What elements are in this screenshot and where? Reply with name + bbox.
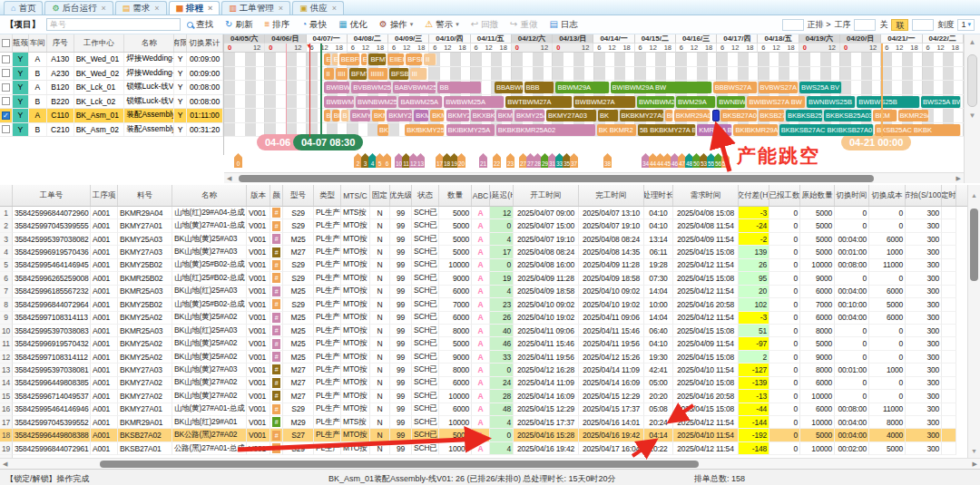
table-horizontal-scrollbar[interactable]: ◀ ▶ — [0, 458, 980, 469]
gantt-bar[interactable]: BKIBKMY25A — [446, 124, 495, 136]
gantt-bar[interactable]: BKMY25B0.BKM — [387, 110, 413, 121]
order-tag[interactable]: 12 — [409, 153, 417, 168]
gantt-bar[interactable]: BFMYB — [368, 53, 387, 65]
col-header-part[interactable]: 料号 — [118, 185, 172, 206]
gantt-bar[interactable]: BABVBWM25ABWBV — [393, 82, 437, 93]
gantt-bar[interactable]: BKBKSB27AC BKIBKSB27A01 — [779, 124, 874, 136]
table-row[interactable]: 18358425996449808388A001BKSB27A02BK公路(黑)… — [0, 429, 967, 441]
log-button[interactable]: ▤日志 — [549, 19, 577, 31]
gantt-bar[interactable]: BKMR29A01 — [674, 110, 710, 121]
row-checkbox[interactable]: ✓ — [2, 112, 10, 120]
table-row[interactable]: 11358425996919570432A001BKMY25A02BK山地(黄)… — [0, 337, 967, 350]
scroll-up-icon[interactable]: ▲ — [965, 38, 980, 46]
gantt-bar[interactable]: BKBKSB25AC — [786, 110, 823, 121]
scroll-down-icon[interactable]: ▼ — [968, 448, 980, 454]
find-button[interactable]: 查找 — [187, 19, 213, 31]
gantt-bar[interactable]: BWNBWM29A — [717, 96, 746, 108]
gantt-bar[interactable]: BKBKBKMR25A02 — [496, 124, 596, 136]
col-header-diff[interactable]: 交付差(H) — [739, 185, 769, 206]
table-row[interactable]: 1358425996844072960A001BKMR29A04山地(红)29#… — [0, 207, 967, 219]
table-row[interactable]: 9358425997108314113A001BKMY25A02BK山地(黄)2… — [0, 312, 967, 325]
gantt-bar[interactable]: IIIIIII — [368, 68, 388, 80]
table-row[interactable]: 3358425995397038082A001BKMY25A03BK山地(黄)2… — [0, 233, 967, 246]
table-hscroll-thumb[interactable] — [100, 461, 699, 468]
operate-button[interactable]: ⚙操作▾ — [379, 19, 413, 31]
row-checkbox[interactable] — [2, 125, 10, 133]
link-toggle-button[interactable]: 联 — [891, 19, 908, 31]
table-row[interactable]: 4358425996919570436A001BKMY27A03BK山地(黄)2… — [0, 246, 967, 258]
optimize-button[interactable]: ▦优化 — [338, 19, 367, 31]
order-tag[interactable]: 22 — [493, 153, 501, 168]
order-tag[interactable]: 6 — [383, 153, 391, 168]
gantt-bar[interactable]: BKMR29A03 — [898, 110, 929, 121]
gantt-bar[interactable]: BK — [332, 110, 340, 121]
gantt-bar[interactable]: BWIBWS27A BW — [747, 96, 806, 108]
gantt-bar[interactable]: BKSB27A0 — [759, 110, 785, 121]
gantt-bar[interactable]: BVBWS27A BV — [759, 82, 799, 93]
gantt-bar[interactable]: IIII — [336, 68, 348, 80]
gantt-bar[interactable]: EB — [361, 53, 368, 65]
col-header-sw[interactable]: 切换时间 — [835, 185, 869, 206]
gantt-bar[interactable]: BK BKMR2 — [597, 124, 637, 136]
tab-close-icon[interactable]: × — [102, 4, 106, 13]
gantt-bar[interactable]: BWTBWM27A — [505, 96, 573, 108]
order-tag[interactable]: 35 — [563, 153, 571, 168]
gantt-bar[interactable]: BABWM25A — [398, 96, 443, 108]
gantt-bar[interactable]: BWS25A BV — [799, 82, 842, 93]
tab-schedule[interactable]: ▦排程× — [169, 1, 220, 15]
col-header-takt[interactable]: 节拍(S/100) — [906, 185, 942, 206]
col-header-st[interactable]: 状态 — [412, 185, 439, 206]
row-checkbox[interactable] — [2, 83, 10, 92]
gantt-resource-row[interactable]: YBB220BK_Lck_02锁螺Luck-线V02Y00:08:00 — [0, 95, 223, 110]
gantt-resource-row[interactable]: YAA130BK_Wed_01焊接Wedding-线V0Y00:09:00 — [0, 53, 223, 67]
gantt-bar[interactable]: BWNBWS25B — [807, 96, 856, 108]
gantt-bar[interactable]: EIIEIIE — [387, 53, 405, 65]
col-header-end[interactable]: 完工时间 — [579, 185, 644, 206]
table-row[interactable]: 14358425996449808385A001BKMY27A02BK山地(黄)… — [0, 377, 967, 390]
order-tag[interactable]: 48 — [685, 153, 693, 168]
gantt-bar[interactable]: E — [324, 53, 330, 65]
scale-select[interactable]: 1 ▾ — [957, 19, 975, 31]
tab-supply[interactable]: ▣供应× — [292, 1, 344, 15]
col-header-req[interactable]: 需求时间 — [673, 185, 739, 206]
order-tag[interactable]: 34 — [642, 153, 650, 168]
table-row[interactable]: 5358425995464146945A001BKMY25B02山地(黄)25#… — [0, 259, 967, 272]
gantt-bar[interactable]: II — [324, 68, 335, 80]
order-tag[interactable]: 21 — [479, 153, 487, 168]
scroll-up-icon[interactable]: ▲ — [968, 192, 980, 199]
gantt-bar[interactable]: E — [332, 53, 338, 65]
col-header-fix[interactable]: 固定 — [370, 185, 390, 206]
gantt-bar[interactable]: BWIBWM29A BW — [611, 82, 712, 93]
off-label[interactable]: 关 — [879, 19, 887, 31]
col-header-start[interactable]: 开工时间 — [514, 185, 579, 206]
scroll-down-icon[interactable]: ▼ — [965, 112, 980, 120]
order-tag[interactable]: 31 — [548, 153, 556, 168]
row-checkbox[interactable] — [2, 69, 10, 77]
order-tag[interactable]: 19 — [450, 153, 458, 168]
gantt-bar[interactable]: BK — [377, 124, 389, 136]
order-tag[interactable]: 29 — [541, 153, 549, 168]
gantt-bar[interactable]: BWIBWM25B — [324, 82, 350, 93]
gantt-resource-row[interactable]: YBC210BK_Asm_02装配Assembly-线VY00:31:20 — [0, 123, 223, 138]
gantt-resource-row[interactable]: YBA230BK_Wed_02焊接Wedding-线V0Y00:09:00 — [0, 67, 223, 82]
scroll-left-icon[interactable]: ◀ — [3, 461, 7, 468]
table-row[interactable]: 2358425997045399555A001BKMY27A01山地(黄)27#… — [0, 219, 967, 232]
gantt-resource-row[interactable]: YAB120BK_Lck_01锁螺Luck-线V01Y00:08:00 — [0, 81, 223, 95]
gantt-bar[interactable]: BK — [324, 110, 330, 121]
order-tag[interactable]: 46 — [671, 153, 679, 168]
gantt-bar[interactable]: BWNBWM25A — [356, 96, 398, 108]
gantt-vertical-scrollbar[interactable]: ▲ ▼ — [964, 34, 980, 183]
order-tag[interactable]: 37 — [570, 153, 578, 168]
tab-workorder[interactable]: ▥工单管理× — [221, 1, 290, 15]
order-tag[interactable]: 38 — [603, 153, 612, 168]
col-header-pri[interactable]: 优先级 — [390, 185, 412, 206]
schedule-mode-input[interactable] — [782, 19, 804, 31]
col-header-rowno[interactable] — [0, 185, 13, 206]
col-header-mat[interactable]: 料延迟(H) — [490, 185, 514, 206]
order-search-input[interactable] — [46, 18, 181, 31]
gantt-bar[interactable]: BKM — [372, 110, 386, 121]
gantt-bar[interactable]: BKfBKMY25B — [405, 124, 445, 136]
col-header-rep[interactable]: 已报工数 — [769, 185, 800, 206]
gantt-bar[interactable]: BWBWM25A — [444, 96, 505, 108]
gantt-bar[interactable]: BBABWM27A — [495, 82, 524, 93]
